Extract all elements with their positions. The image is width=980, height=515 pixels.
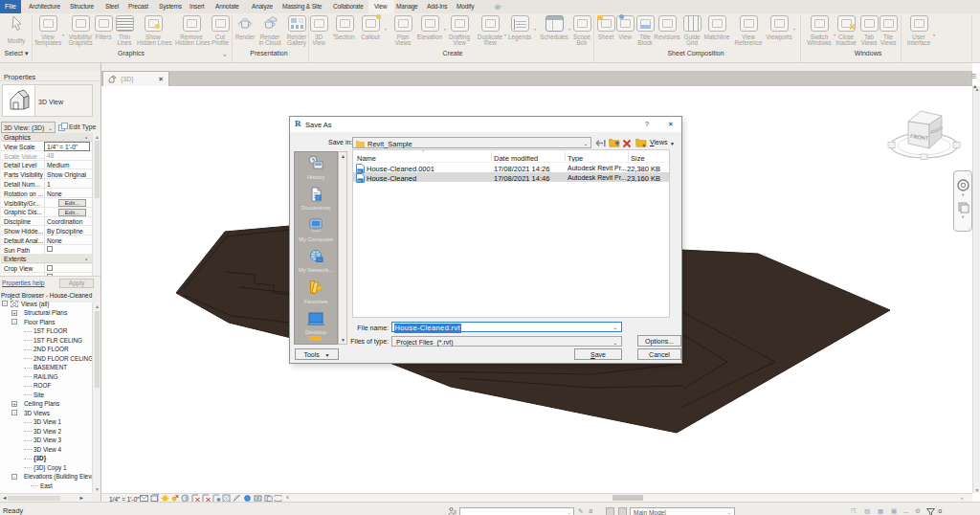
svg-text:rvt: rvt [358,178,361,182]
svg-text:rvt: rvt [358,168,361,172]
